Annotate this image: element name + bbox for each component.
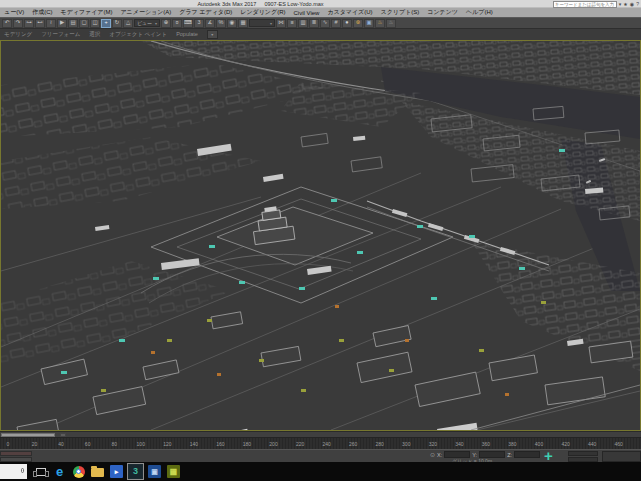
coord-x-field[interactable] [444, 451, 470, 458]
taskbar-icon-photos-app[interactable]: ▣ [146, 463, 163, 480]
ribbon-tabs: モデリングフリーフォーム選択オブジェクト ペイントPopulate [4, 31, 198, 38]
curve-editor-icon[interactable]: ∿ [320, 19, 330, 28]
selection-region-icon[interactable]: ▢ [79, 19, 89, 28]
frame-tick-320: 320 [429, 441, 437, 447]
taskbar-icon-3dsmax[interactable]: 3 [127, 463, 144, 480]
align-icon[interactable]: ≡ [287, 19, 297, 28]
reference-coordinate-dropdown[interactable]: ビュー▾ [134, 19, 160, 27]
material-editor-icon[interactable]: ● [342, 19, 352, 28]
render-production-icon[interactable]: ♨ [375, 19, 385, 28]
frame-tick-120: 120 [163, 441, 171, 447]
select-and-rotate-icon[interactable]: ↻ [112, 19, 122, 28]
spinner-snap-icon[interactable]: ◉ [227, 19, 237, 28]
infocenter-star-icon[interactable]: ★ [623, 2, 627, 7]
infocenter-signin-icon[interactable]: ◉ [630, 2, 634, 7]
lock-selection-toggle-icon[interactable]: ⊙ [430, 452, 435, 458]
frame-tick-280: 280 [376, 441, 384, 447]
menu-item-9[interactable]: コンテンツ [423, 8, 462, 17]
taskbar-icon-video-app[interactable]: ▸ [108, 463, 125, 480]
taskbar-icon-edge[interactable]: e [51, 463, 68, 480]
viewport-navigation-cluster[interactable] [602, 451, 641, 462]
select-and-link-icon[interactable]: ⊶ [24, 19, 34, 28]
title-bar: Autodesk 3ds Max 2017 0907-ES Low-Yodo.m… [0, 0, 641, 8]
coord-x-label: X: [437, 452, 442, 458]
undo-icon[interactable]: ↶ [2, 19, 12, 28]
frame-tick-340: 340 [455, 441, 463, 447]
task-view-icon [36, 468, 46, 476]
ribbon-tab-3[interactable]: オブジェクト ペイント [109, 31, 167, 38]
infocenter-dropdown-icon[interactable]: ▾ [619, 2, 622, 7]
reference-coordinate-dropdown-label: ビュー [137, 20, 152, 26]
taskbar-icon-video-app-tile: ▸ [110, 465, 123, 478]
menu-item-4[interactable]: グラフ エディタ(D) [175, 8, 236, 17]
named-selection-dropdown[interactable]: ▾ [249, 19, 275, 27]
ribbon-tab-2[interactable]: 選択 [89, 31, 100, 38]
menu-item-1[interactable]: 作成(C) [28, 8, 56, 17]
infocenter-help-icon[interactable]: ? [636, 2, 639, 7]
coord-y-field[interactable] [479, 451, 505, 458]
microphone-icon [21, 468, 24, 473]
render-iterative-icon[interactable]: ♨ [386, 19, 396, 28]
taskbar-icon-green-app[interactable]: ▦ [165, 463, 182, 480]
time-control-button-top[interactable] [568, 451, 598, 456]
viewport-canvas[interactable] [1, 41, 640, 430]
rendered-frame-window-icon[interactable]: ▣ [364, 19, 374, 28]
snaps-toggle-icon[interactable]: 3 [194, 19, 204, 28]
frame-tick-80: 80 [111, 441, 117, 447]
ribbon-tab-0[interactable]: モデリング [4, 31, 32, 38]
menu-item-6[interactable]: Civil View [289, 10, 323, 16]
select-and-move-icon[interactable]: + [101, 19, 111, 28]
menu-item-10[interactable]: ヘルプ(H) [462, 8, 497, 17]
layer-manager-icon[interactable]: ▥ [298, 19, 308, 28]
chevron-down-icon: ▾ [155, 21, 157, 26]
keyboard-override-icon[interactable]: ⌨ [183, 19, 193, 28]
select-and-scale-icon[interactable]: △ [123, 19, 133, 28]
infocenter-search-input[interactable] [553, 1, 617, 8]
frame-tick-0: 0 [7, 441, 10, 447]
taskbar-icon-file-explorer[interactable] [89, 463, 106, 480]
unlink-selection-icon[interactable]: ⊷ [35, 19, 45, 28]
ribbon-toggle-icon[interactable]: ▾ [207, 30, 218, 39]
select-object-icon[interactable]: ▶ [57, 19, 67, 28]
menu-item-0[interactable]: ュー(V) [0, 8, 28, 17]
task-view-button[interactable] [32, 463, 49, 480]
menu-item-2[interactable]: モディファイア(M) [56, 8, 116, 17]
frame-tick-440: 440 [588, 441, 596, 447]
menu-item-7[interactable]: カスタマイズ(U) [323, 8, 376, 17]
menu-item-3[interactable]: アニメーション(A) [116, 8, 175, 17]
desktop-screen: Autodesk 3ds Max 2017 0907-ES Low-Yodo.m… [0, 0, 641, 481]
chrome-icon [73, 466, 85, 478]
menu-item-8[interactable]: スクリプト(S) [377, 8, 424, 17]
named-selection-sets-icon[interactable]: ▦ [238, 19, 248, 28]
taskbar-search-box[interactable] [0, 464, 27, 479]
menu-item-5[interactable]: レンダリング(R) [236, 8, 289, 17]
frame-tick-60: 60 [85, 441, 91, 447]
viewport[interactable] [0, 40, 641, 431]
select-by-name-icon[interactable]: ▤ [68, 19, 78, 28]
taskbar-icon-chrome[interactable] [70, 463, 87, 480]
scene-explorer-icon[interactable]: ≣ [309, 19, 319, 28]
ribbon-tab-4[interactable]: Populate [176, 31, 198, 38]
ribbon-tab-1[interactable]: フリーフォーム [41, 31, 80, 38]
percent-snap-icon[interactable]: % [216, 19, 226, 28]
taskbar-icon-photos-app-tile: ▣ [148, 465, 161, 478]
angle-snap-icon[interactable]: ∡ [205, 19, 215, 28]
window-crossing-icon[interactable]: ◫ [90, 19, 100, 28]
bind-to-space-warp-icon[interactable]: ≀ [46, 19, 56, 28]
frame-tick-40: 40 [58, 441, 64, 447]
main-toolbar: ↶↷⊶⊷≀▶▤▢◫+↻△ビュー▾⊕¤⌨3∡%◉▦▾⋈≡▥≣∿#●⊛▣♨♨ [0, 17, 641, 28]
mirror-icon[interactable]: ⋈ [276, 19, 286, 28]
coordinate-display: ⊙ X: Y: Z: [430, 451, 540, 458]
frame-tick-360: 360 [482, 441, 490, 447]
maxscript-mini-listener-macro[interactable] [0, 451, 32, 456]
select-and-manipulate-icon[interactable]: ¤ [172, 19, 182, 28]
coord-z-field[interactable] [514, 451, 540, 458]
render-setup-icon[interactable]: ⊛ [353, 19, 363, 28]
infocenter-icons: ▾★◉? [619, 2, 639, 7]
schematic-view-icon[interactable]: # [331, 19, 341, 28]
use-pivot-point-icon[interactable]: ⊕ [161, 19, 171, 28]
frame-tick-140: 140 [190, 441, 198, 447]
taskbar-icon-edge-tile: e [53, 465, 66, 478]
redo-icon[interactable]: ↷ [13, 19, 23, 28]
infocenter-bar: ▾★◉? [553, 0, 639, 8]
